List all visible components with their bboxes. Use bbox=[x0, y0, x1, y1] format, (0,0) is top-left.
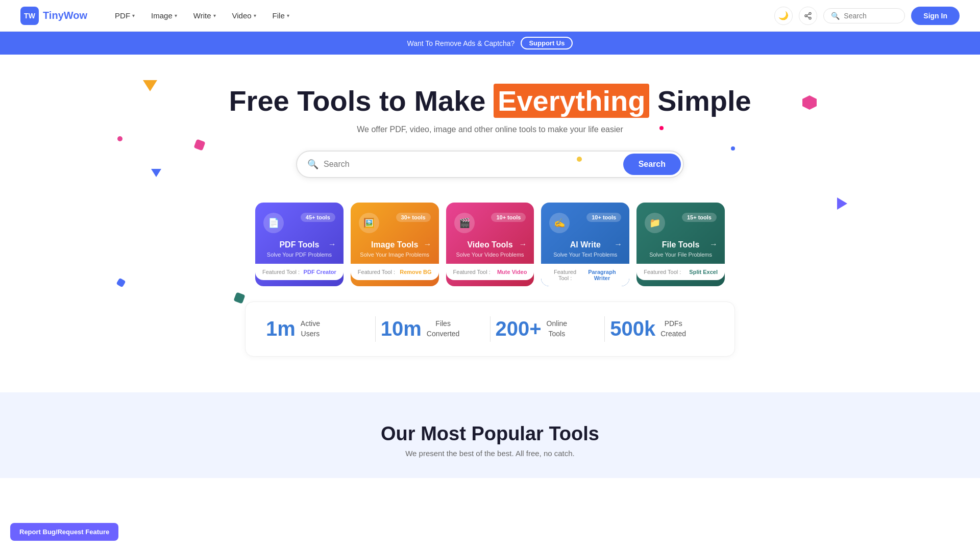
chevron-down-icon: ▾ bbox=[287, 13, 289, 18]
video-featured-link[interactable]: Mute Video bbox=[497, 269, 527, 275]
banner-text: Want To Remove Ads & Captcha? bbox=[407, 39, 515, 47]
pdf-featured: Featured Tool : PDF Creator bbox=[255, 264, 344, 280]
hero-search-bar: 🔍 Search bbox=[296, 151, 684, 178]
deco-arrow-purple bbox=[837, 197, 847, 210]
stat-tools-number: 200+ bbox=[496, 317, 542, 340]
hero-search-button[interactable]: Search bbox=[623, 154, 681, 175]
ai-featured: Featured Tool : Paragraph Writer bbox=[541, 264, 629, 286]
pdf-subtitle: Solve Your PDF Problems bbox=[263, 252, 335, 258]
image-subtitle: Solve Your Image Problems bbox=[359, 252, 431, 258]
stat-files-number: 10m bbox=[381, 317, 422, 340]
tool-card-file[interactable]: 📁 15+ tools File Tools Solve Your File P… bbox=[636, 203, 725, 286]
logo[interactable]: TW TinyWow bbox=[20, 7, 87, 25]
nav-links: PDF ▾ Image ▾ Write ▾ Video ▾ File ▾ bbox=[108, 7, 774, 24]
video-icon: 🎬 bbox=[454, 213, 475, 233]
nav-image[interactable]: Image ▾ bbox=[144, 7, 184, 24]
stat-files-label: FilesConverted bbox=[427, 319, 460, 339]
image-icon: 🖼️ bbox=[359, 213, 379, 233]
hero-heading: Free Tools to Make Everything Simple bbox=[20, 85, 960, 117]
chevron-down-icon: ▾ bbox=[132, 13, 135, 18]
deco-shape-pink bbox=[193, 139, 205, 151]
video-badge: 10+ tools bbox=[491, 213, 526, 222]
nav-file[interactable]: File ▾ bbox=[265, 7, 297, 24]
ai-featured-link[interactable]: Paragraph Writer bbox=[582, 269, 622, 281]
nav-right: 🌙 🔍 Sign In bbox=[774, 7, 960, 25]
file-subtitle: Solve Your File Problems bbox=[645, 252, 717, 258]
nav-pdf[interactable]: PDF ▾ bbox=[108, 7, 142, 24]
tool-card-image[interactable]: 🖼️ 30+ tools Image Tools Solve Your Imag… bbox=[351, 203, 439, 286]
deco-dot-blue bbox=[731, 146, 735, 151]
stat-tools: 200+ OnlineTools bbox=[496, 317, 600, 340]
stat-tools-label: OnlineTools bbox=[547, 319, 567, 339]
ai-arrow-icon: → bbox=[614, 240, 622, 249]
pdf-badge: 45+ tools bbox=[301, 213, 335, 222]
image-title: Image Tools bbox=[359, 240, 431, 249]
hero-subtext: We offer PDF, video, image and other onl… bbox=[20, 125, 960, 134]
ai-subtitle: Solve Your Text Problems bbox=[549, 252, 621, 258]
nav-video[interactable]: Video ▾ bbox=[225, 7, 263, 24]
tool-card-ai[interactable]: ✍️ 10+ tools AI Write Solve Your Text Pr… bbox=[541, 203, 629, 286]
dark-mode-button[interactable]: 🌙 bbox=[774, 7, 793, 25]
stats-bar: 1m ActiveUsers 10m FilesConverted 200+ O… bbox=[245, 302, 735, 357]
tool-card-pdf-header: 📄 45+ tools bbox=[263, 213, 335, 233]
tool-card-video-header: 🎬 10+ tools bbox=[454, 213, 526, 233]
stat-divider-3 bbox=[604, 316, 605, 342]
chevron-down-icon: ▾ bbox=[175, 13, 177, 18]
chevron-down-icon: ▾ bbox=[254, 13, 256, 18]
chevron-down-icon: ▾ bbox=[213, 13, 216, 18]
popular-section: Our Most Popular Tools We present the be… bbox=[0, 392, 980, 478]
stat-pdfs-label: PDFsCreated bbox=[660, 319, 686, 339]
tool-card-ai-header: ✍️ 10+ tools bbox=[549, 213, 621, 233]
video-arrow-icon: → bbox=[519, 240, 527, 249]
tool-card-video[interactable]: 🎬 10+ tools Video Tools Solve Your Video… bbox=[446, 203, 534, 286]
pdf-arrow-icon: → bbox=[328, 240, 336, 249]
pdf-featured-link[interactable]: PDF Creator bbox=[304, 269, 336, 275]
sign-in-button[interactable]: Sign In bbox=[911, 7, 960, 25]
support-us-button[interactable]: Support Us bbox=[521, 37, 573, 49]
tool-card-file-header: 📁 15+ tools bbox=[645, 213, 717, 233]
share-button[interactable] bbox=[799, 7, 817, 25]
tool-card-image-header: 🖼️ 30+ tools bbox=[359, 213, 431, 233]
logo-text: TinyWow bbox=[43, 10, 87, 21]
image-featured-link[interactable]: Remove BG bbox=[400, 269, 431, 275]
file-icon: 📁 bbox=[645, 213, 665, 233]
image-badge: 30+ tools bbox=[396, 213, 431, 222]
popular-subtext: We present the best of the best. All fre… bbox=[20, 449, 960, 458]
stat-users-number: 1m bbox=[266, 317, 296, 340]
tool-cards-container: 📄 45+ tools PDF Tools Solve Your PDF Pro… bbox=[245, 203, 735, 286]
ai-icon: ✍️ bbox=[549, 213, 570, 233]
stat-users: 1m ActiveUsers bbox=[266, 317, 370, 340]
promo-banner: Want To Remove Ads & Captcha? Support Us bbox=[0, 32, 980, 55]
deco-cube-blue bbox=[116, 278, 126, 287]
ai-badge: 10+ tools bbox=[586, 213, 621, 222]
nav-search-input[interactable] bbox=[844, 12, 897, 20]
deco-cube-teal bbox=[233, 292, 245, 304]
file-featured-link[interactable]: Split Excel bbox=[689, 269, 718, 275]
nav-write[interactable]: Write ▾ bbox=[186, 7, 223, 24]
pdf-icon: 📄 bbox=[263, 213, 284, 233]
svg-point-0 bbox=[809, 12, 811, 14]
file-arrow-icon: → bbox=[709, 240, 718, 249]
hero-search-input[interactable] bbox=[324, 160, 623, 169]
svg-point-2 bbox=[809, 17, 811, 19]
stat-pdfs: 500k PDFsCreated bbox=[610, 317, 714, 340]
image-arrow-icon: → bbox=[424, 240, 432, 249]
svg-point-1 bbox=[805, 15, 807, 17]
stat-files: 10m FilesConverted bbox=[381, 317, 485, 340]
image-featured: Featured Tool : Remove BG bbox=[351, 264, 439, 280]
deco-triangle-blue-small bbox=[151, 169, 161, 177]
deco-dot-pink bbox=[117, 136, 122, 141]
nav-search-box[interactable]: 🔍 bbox=[823, 8, 905, 23]
video-title: Video Tools bbox=[454, 240, 526, 249]
stat-divider-2 bbox=[490, 316, 491, 342]
popular-heading: Our Most Popular Tools bbox=[20, 423, 960, 445]
stat-divider-1 bbox=[375, 316, 376, 342]
file-title: File Tools bbox=[645, 240, 717, 249]
video-subtitle: Solve Your Video Problems bbox=[454, 252, 526, 258]
ai-title: AI Write bbox=[549, 240, 621, 249]
hero-section: Free Tools to Make Everything Simple We … bbox=[0, 55, 980, 392]
file-badge: 15+ tools bbox=[682, 213, 717, 222]
tool-card-pdf[interactable]: 📄 45+ tools PDF Tools Solve Your PDF Pro… bbox=[255, 203, 344, 286]
pdf-title: PDF Tools bbox=[263, 240, 335, 249]
logo-icon: TW bbox=[20, 7, 39, 25]
